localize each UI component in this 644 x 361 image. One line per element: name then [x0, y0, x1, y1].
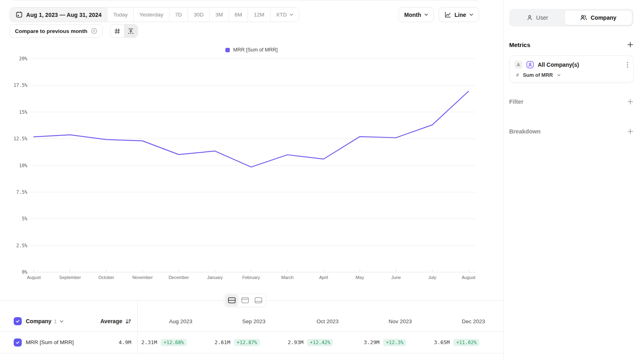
- metric-menu-button[interactable]: [627, 62, 628, 68]
- change-badge: +12.87%: [234, 339, 260, 346]
- metric-card[interactable]: A All Company(s) # Sum of MRR: [509, 55, 634, 83]
- company-entity-icon: [526, 61, 534, 69]
- month-headers: Aug 2023Sep 2023Oct 2023Nov 2023Dec 2023: [137, 318, 503, 324]
- chevron-down-icon: [289, 13, 293, 16]
- svg-text:October: October: [98, 275, 114, 280]
- svg-text:17.5%: 17.5%: [13, 82, 27, 88]
- metric-entity-name: All Company(s): [538, 62, 579, 68]
- metrics-section-header: Metrics: [509, 39, 634, 51]
- change-badge: +12.42%: [307, 339, 333, 346]
- svg-text:5%: 5%: [22, 216, 27, 222]
- toggle-user-label: User: [536, 14, 548, 21]
- breakdown-section: Breakdown: [509, 125, 634, 138]
- average-value: 4.9M: [119, 339, 137, 345]
- month-column-header: Oct 2023: [284, 318, 357, 324]
- chevron-down-icon: [469, 13, 473, 16]
- analytics-dashboard: { "colors": { "accent_purple": "#6a53f0"…: [0, 0, 644, 361]
- period-xtd-dropdown[interactable]: XTD: [270, 8, 299, 22]
- svg-text:February: February: [242, 275, 260, 280]
- calendar-icon: [16, 11, 23, 18]
- period-12m-button[interactable]: 12M: [248, 8, 270, 22]
- entity-toggle: User Company: [509, 9, 634, 27]
- grid-toggle-button[interactable]: [110, 25, 124, 37]
- toggle-user[interactable]: User: [510, 10, 564, 25]
- add-breakdown-button[interactable]: [627, 128, 634, 135]
- compare-chip[interactable]: Compare to previous month: [10, 24, 103, 38]
- date-range-button[interactable]: Aug 1, 2023 — Aug 31, 2024: [10, 8, 107, 22]
- metric-letter-badge: A: [514, 61, 522, 69]
- svg-text:10%: 10%: [19, 163, 27, 168]
- chart-option-toggles: [110, 24, 138, 38]
- period-today-button[interactable]: Today: [107, 8, 133, 22]
- month-column-header: Aug 2023: [137, 318, 211, 324]
- svg-text:July: July: [428, 275, 436, 280]
- month-column-header: Sep 2023: [211, 318, 284, 324]
- company-count: 1: [54, 318, 57, 324]
- period-yesterday-button[interactable]: Yesterday: [133, 8, 169, 22]
- chevron-down-icon: [557, 74, 561, 76]
- chart-type-label: Line: [454, 12, 466, 18]
- metrics-title: Metrics: [509, 41, 530, 48]
- chevron-down-icon[interactable]: [60, 320, 64, 323]
- svg-text:15%: 15%: [19, 109, 27, 115]
- toolbar-row2: Compare to previous month: [10, 24, 138, 38]
- month-cells: 2.31M+12.68%2.61M+12.87%2.93M+12.42%3.29…: [137, 339, 503, 346]
- add-filter-button[interactable]: [627, 98, 634, 105]
- table-row-left: MRR [Sum of MRR] 4.9M: [0, 338, 137, 347]
- period-6m-button[interactable]: 6M: [229, 8, 248, 22]
- main-panel: 0%2.5%5%7.5%10%12.5%15%17.5%20%AugustSep…: [0, 0, 503, 361]
- period-30d-button[interactable]: 30D: [188, 8, 209, 22]
- chart-type-dropdown[interactable]: Line: [439, 7, 479, 22]
- filter-section: Filter: [509, 95, 634, 109]
- month-column-header: Nov 2023: [357, 318, 430, 324]
- submetric-label: Sum of MRR: [523, 72, 553, 78]
- granularity-dropdown[interactable]: Month: [398, 7, 434, 22]
- svg-text:August: August: [27, 275, 41, 280]
- line-chart-icon: [444, 12, 451, 18]
- average-sort-control[interactable]: Average: [100, 318, 137, 324]
- company-users-icon: [580, 14, 587, 21]
- company-column-label[interactable]: Company: [26, 318, 52, 324]
- toggle-company-label: Company: [590, 14, 616, 21]
- add-metric-button[interactable]: [627, 41, 634, 48]
- svg-text:2.5%: 2.5%: [16, 243, 27, 248]
- submetric-selector[interactable]: # Sum of MRR: [514, 72, 628, 78]
- mrr-value: 3.65M: [434, 339, 450, 345]
- change-badge: +11.02%: [453, 339, 479, 346]
- svg-text:August: August: [462, 275, 475, 280]
- table-column-divider: [137, 301, 138, 354]
- change-badge: +12.3%: [383, 339, 406, 346]
- svg-text:0%: 0%: [22, 269, 27, 275]
- number-hash-icon: #: [516, 72, 519, 78]
- svg-text:7.5%: 7.5%: [16, 189, 27, 195]
- svg-text:September: September: [59, 275, 81, 280]
- svg-text:20%: 20%: [19, 56, 27, 62]
- month-cell: 3.65M+11.02%: [430, 339, 503, 346]
- svg-text:12.5%: 12.5%: [13, 136, 27, 142]
- svg-text:November: November: [132, 275, 153, 280]
- grid-icon: [114, 28, 120, 34]
- mrr-value: 2.61M: [215, 339, 230, 345]
- user-icon: [526, 14, 533, 21]
- period-xtd-label: XTD: [276, 12, 287, 18]
- metric-row-label: MRR [Sum of MRR]: [26, 339, 74, 345]
- legend-label: MRR [Sum of MRR]: [233, 47, 277, 53]
- select-all-checkbox[interactable]: [14, 317, 22, 325]
- date-range-control: Aug 1, 2023 — Aug 31, 2024 Today Yesterd…: [10, 7, 299, 22]
- period-3m-button[interactable]: 3M: [209, 8, 229, 22]
- svg-text:April: April: [319, 275, 328, 280]
- svg-text:June: June: [391, 275, 401, 280]
- row-checkbox[interactable]: [14, 338, 22, 347]
- results-table: Company 1 Average: [0, 301, 503, 361]
- period-7d-button[interactable]: 7D: [169, 8, 188, 22]
- month-cell: 3.29M+12.3%: [357, 339, 430, 346]
- toggle-company[interactable]: Company: [564, 10, 632, 25]
- remove-compare-icon[interactable]: [91, 28, 97, 34]
- month-cell: 2.93M+12.42%: [284, 339, 357, 346]
- annotations-toggle-button[interactable]: [124, 25, 138, 37]
- mrr-line-chart[interactable]: 0%2.5%5%7.5%10%12.5%15%17.5%20%AugustSep…: [0, 0, 503, 299]
- granularity-label: Month: [404, 12, 421, 18]
- svg-text:January: January: [207, 275, 223, 280]
- filter-label: Filter: [509, 98, 523, 105]
- month-column-header: Dec 2023: [430, 318, 503, 324]
